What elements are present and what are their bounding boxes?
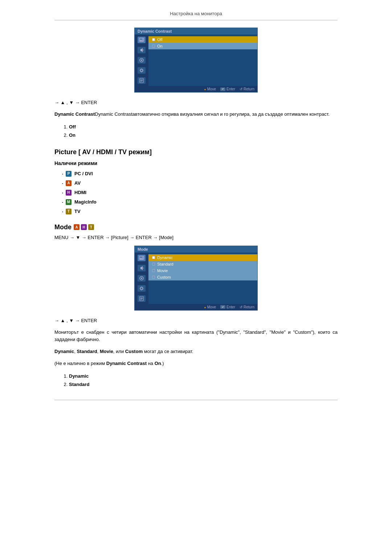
svg-marker-11	[139, 258, 144, 259]
svg-point-2	[142, 39, 143, 40]
mode-osd-footer-enter: ↵ Enter	[220, 305, 235, 309]
dc-numbered-list: Off On	[69, 123, 338, 140]
page-header: Настройка на монитора	[54, 11, 338, 20]
osd-sidebar	[135, 34, 148, 86]
nav-instruction-2: → ▲ , ▼ → ENTER	[54, 318, 338, 323]
sound-icon-2	[139, 266, 144, 271]
mode-label-hdmi: HDMI	[74, 188, 86, 197]
picture-section-heading: Picture [ AV / HDMI / TV режим]	[54, 148, 338, 156]
dc-list-item-2: On	[69, 131, 338, 139]
setup-icon-2	[139, 286, 144, 291]
mode-osd-sidebar-icon-5	[138, 295, 146, 302]
mode-osd-menu: Mode	[134, 246, 258, 311]
svg-point-12	[142, 257, 143, 258]
badge-h: H	[66, 190, 72, 196]
mode-description-1: Мониторът е снабден с четири автоматични…	[54, 329, 338, 344]
svg-point-5	[140, 69, 143, 71]
picture-icon-2	[139, 255, 144, 260]
osd-footer-return: ↺ Return	[240, 87, 254, 91]
modes-list: · P PC / DVI · A AV · H HDMI · M MagicIn…	[62, 169, 338, 216]
mode-osd-container: Mode	[54, 246, 338, 311]
mode-osd-sidebar-icon-2	[138, 265, 146, 271]
mode-osd-footer: ⬥ Move ↵ Enter ↺ Return	[135, 304, 257, 310]
info-icon	[139, 78, 144, 83]
osd-footer-enter: ↵ Enter	[220, 87, 235, 91]
osd-sidebar-icon-3	[138, 57, 146, 63]
osd-item-on: On	[148, 43, 257, 49]
mode-label-av: AV	[74, 178, 81, 188]
mode-numbered-list: Dynamic Standard	[69, 372, 338, 389]
mode-description-3: (Не е налично в режим Dynamic Contrast н…	[54, 360, 338, 368]
mode-indicator-movie	[152, 269, 155, 272]
info-icon-2	[139, 296, 144, 301]
menu-path: MENU → ▼ → ENTER → [Picture] → ENTER → […	[54, 235, 338, 240]
mode-osd-item-standard: Standard	[148, 261, 257, 267]
mode-item-magicinfo: · M MagicInfo	[62, 197, 338, 207]
dynamic-contrast-description: Dynamic ContrastDynamic Contrastавтомати…	[54, 111, 338, 118]
nav-instruction-1: → ▲ , ▼ → ENTER	[54, 100, 338, 105]
available-modes-heading: Налични режими	[54, 160, 338, 166]
osd-indicator-on	[152, 45, 155, 48]
setup-icon	[139, 68, 144, 73]
mode-item-pc: · P PC / DVI	[62, 169, 338, 178]
mode-osd-title-bar: Mode	[135, 246, 257, 253]
svg-point-14	[141, 278, 142, 279]
osd-sidebar-icon-4	[138, 67, 146, 74]
mode-description-2: Dynamic, Standard, Movie, или Custom мог…	[54, 348, 338, 356]
svg-marker-1	[139, 40, 144, 41]
mode-osd-sidebar	[135, 253, 148, 304]
mode-badge-h: H	[81, 224, 87, 230]
mode-osd-footer-move: ⬥ Move	[204, 305, 216, 309]
mode-osd-sidebar-icon-4	[138, 285, 146, 292]
mode-osd-content: Dynamic Standard Movie Custom	[148, 253, 257, 304]
mode-label-tv: TV	[74, 207, 81, 216]
mode-heading-text: Mode	[54, 223, 72, 231]
mode-badge-t: T	[88, 224, 94, 230]
input-icon	[139, 58, 144, 63]
picture-icon	[139, 37, 144, 42]
osd-indicator-off	[152, 38, 155, 41]
input-icon-2	[139, 276, 144, 281]
mode-label-pc: PC / DVI	[74, 169, 93, 178]
mode-list-item-1: Dynamic	[69, 372, 338, 380]
mode-osd-item-custom: Custom	[148, 274, 257, 280]
mode-osd-sidebar-icon-3	[138, 275, 146, 282]
osd-sidebar-icon-1	[138, 37, 146, 43]
header-title: Настройка на монитора	[170, 11, 222, 16]
dynamic-contrast-osd-menu: Dynamic Contrast	[134, 28, 258, 93]
page-wrapper: Настройка на монитора Dynamic Contrast	[33, 0, 359, 415]
mode-osd-footer-return: ↺ Return	[240, 305, 254, 309]
osd-title-bar: Dynamic Contrast	[135, 28, 257, 34]
osd-footer: ⬥ Move ↵ Enter ↺ Return	[135, 86, 257, 92]
svg-point-15	[140, 287, 143, 290]
dynamic-contrast-bold: Dynamic Contrast	[54, 111, 95, 117]
mode-osd-body: Dynamic Standard Movie Custom	[135, 253, 257, 304]
osd-sidebar-icon-2	[138, 47, 146, 53]
osd-body: Off On	[135, 34, 257, 86]
dynamic-contrast-osd-container: Dynamic Contrast	[54, 28, 338, 93]
osd-footer-move: ⬥ Move	[204, 87, 216, 91]
mode-list-item-2: Standard	[69, 380, 338, 389]
mode-item-tv: · T TV	[62, 207, 338, 216]
mode-item-av: · A AV	[62, 178, 338, 188]
osd-content: Off On	[148, 34, 257, 86]
badge-t: T	[66, 209, 72, 214]
mode-badge-a: A	[74, 224, 79, 230]
mode-indicator-standard	[152, 263, 155, 266]
dc-list-item-1: Off	[69, 123, 338, 131]
page-footer	[54, 400, 338, 404]
mode-badges-group: A H T	[74, 224, 95, 230]
svg-point-4	[141, 59, 142, 61]
badge-p: P	[66, 171, 72, 177]
mode-item-hdmi: · H HDMI	[62, 188, 338, 197]
badge-m: M	[66, 199, 72, 205]
mode-indicator-custom	[152, 276, 155, 279]
mode-label-magicinfo: MagicInfo	[74, 197, 97, 207]
mode-indicator-dynamic	[152, 256, 155, 259]
mode-aht-heading: Mode A H T	[54, 223, 338, 231]
sound-icon	[139, 48, 144, 53]
badge-a: A	[66, 180, 72, 186]
mode-osd-item-movie: Movie	[148, 267, 257, 274]
osd-sidebar-icon-5	[138, 77, 146, 84]
mode-osd-sidebar-icon-1	[138, 255, 146, 261]
